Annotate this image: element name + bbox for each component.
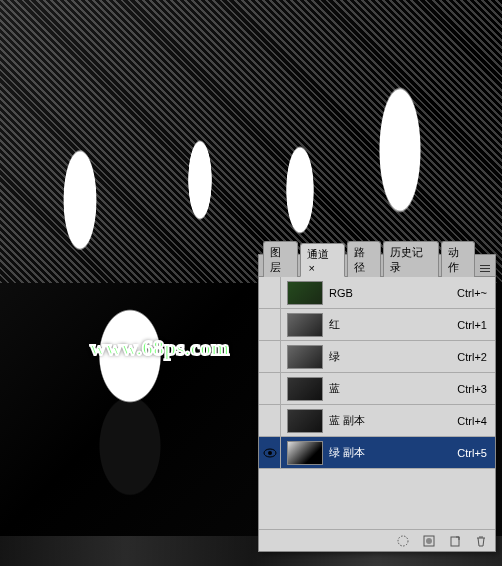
channel-row-rgb[interactable]: RGB Ctrl+~ (259, 277, 495, 309)
panel-empty-area (259, 469, 495, 529)
svg-rect-5 (451, 537, 459, 546)
channel-row-red[interactable]: 红 Ctrl+1 (259, 309, 495, 341)
channels-panel: 图层 通道 × 路径 历史记录 动作 RGB Ctrl+~ 红 (258, 254, 496, 552)
channel-thumbnail (287, 441, 323, 465)
image-canvas: www.68ps.com 图层 通道 × 路径 历史记录 动作 RGB Ctrl… (0, 0, 502, 566)
svg-point-2 (398, 536, 408, 546)
channel-name: 绿 副本 (329, 445, 457, 460)
tab-close-x: × (309, 262, 315, 274)
tab-history[interactable]: 历史记录 (383, 241, 438, 277)
channel-row-green-copy[interactable]: 绿 副本 Ctrl+5 (259, 437, 495, 469)
load-channel-as-selection-button[interactable] (393, 533, 413, 549)
channel-shortcut: Ctrl+1 (457, 319, 487, 331)
save-selection-as-channel-button[interactable] (419, 533, 439, 549)
tab-actions[interactable]: 动作 (441, 241, 476, 277)
channel-shortcut: Ctrl+5 (457, 447, 487, 459)
panel-tab-bar: 图层 通道 × 路径 历史记录 动作 (259, 255, 495, 277)
eye-icon (263, 448, 277, 458)
visibility-toggle[interactable] (259, 277, 281, 308)
tab-layers[interactable]: 图层 (263, 241, 298, 277)
channel-name: 蓝 (329, 381, 457, 396)
channel-thumbnail (287, 377, 323, 401)
watermark-text: www.68ps.com (90, 335, 229, 361)
tab-paths[interactable]: 路径 (347, 241, 382, 277)
channel-shortcut: Ctrl+2 (457, 351, 487, 363)
channel-list: RGB Ctrl+~ 红 Ctrl+1 绿 Ctrl+2 蓝 Ctrl+3 (259, 277, 495, 469)
channel-name: 蓝 副本 (329, 413, 457, 428)
panel-footer (259, 529, 495, 551)
panel-menu-button[interactable] (477, 260, 492, 276)
channel-shortcut: Ctrl+3 (457, 383, 487, 395)
channel-shortcut: Ctrl+4 (457, 415, 487, 427)
channel-thumbnail (287, 345, 323, 369)
tab-channels-label: 通道 (307, 248, 329, 260)
channel-thumbnail (287, 409, 323, 433)
delete-channel-button[interactable] (471, 533, 491, 549)
visibility-toggle[interactable] (259, 405, 281, 436)
channel-row-blue[interactable]: 蓝 Ctrl+3 (259, 373, 495, 405)
channel-row-blue-copy[interactable]: 蓝 副本 Ctrl+4 (259, 405, 495, 437)
channel-thumbnail (287, 313, 323, 337)
svg-point-1 (268, 451, 272, 455)
channel-name: RGB (329, 287, 457, 299)
new-channel-button[interactable] (445, 533, 465, 549)
tab-channels[interactable]: 通道 × (300, 243, 345, 277)
visibility-toggle[interactable] (259, 437, 281, 468)
channel-thumbnail (287, 281, 323, 305)
visibility-toggle[interactable] (259, 341, 281, 372)
channel-shortcut: Ctrl+~ (457, 287, 487, 299)
visibility-toggle[interactable] (259, 309, 281, 340)
channel-name: 红 (329, 317, 457, 332)
svg-point-4 (426, 538, 432, 544)
visibility-toggle[interactable] (259, 373, 281, 404)
channel-row-green[interactable]: 绿 Ctrl+2 (259, 341, 495, 373)
channel-name: 绿 (329, 349, 457, 364)
